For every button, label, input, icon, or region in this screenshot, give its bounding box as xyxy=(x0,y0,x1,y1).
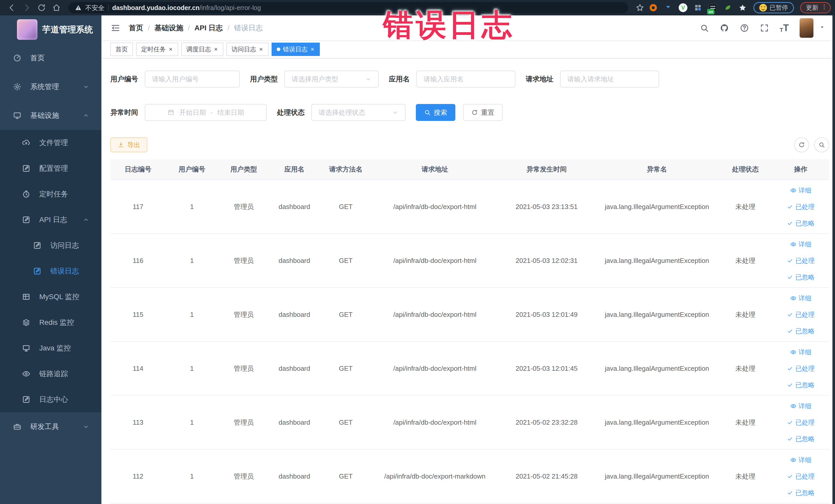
sidebar-item-scheduled-jobs[interactable]: 定时任务 xyxy=(0,181,101,207)
page-url[interactable]: dashboard.yudao.iocoder.cn/infra/log/api… xyxy=(112,4,261,12)
browser-reload-icon[interactable] xyxy=(36,3,48,12)
tab-home[interactable]: 首页 xyxy=(110,43,133,56)
browser-menu-kebab-icon[interactable] xyxy=(821,4,828,12)
export-button[interactable]: 导出 xyxy=(110,137,147,152)
refresh-table-button[interactable] xyxy=(794,137,809,152)
mark-processed-link[interactable]: 已处理 xyxy=(787,253,814,269)
search-icon[interactable] xyxy=(700,23,709,33)
mark-processed-link[interactable]: 已处理 xyxy=(787,414,814,430)
tab-job-log[interactable]: 调度日志× xyxy=(181,43,223,56)
extension-orange-ring-icon[interactable] xyxy=(649,3,658,12)
mark-processed-link[interactable]: 已处理 xyxy=(787,360,814,377)
detail-link[interactable]: 详细 xyxy=(790,182,811,199)
mark-ignored-link[interactable]: 已忽略 xyxy=(787,377,814,393)
sidebar-item-system-management[interactable]: 系统管理 xyxy=(0,73,101,101)
cell-exception: java.lang.IllegalArgumentException xyxy=(595,341,718,396)
tab-close-icon[interactable]: × xyxy=(310,46,315,53)
detail-link[interactable]: 详细 xyxy=(790,398,811,414)
user-type-select[interactable]: 请选择用户类型 xyxy=(284,70,379,87)
breadcrumb-item[interactable]: API 日志 xyxy=(195,23,223,33)
paused-extension-badge[interactable]: 已暂停 xyxy=(753,2,794,13)
toolbox-icon xyxy=(13,422,22,431)
browser-update-button[interactable]: 更新 xyxy=(800,2,831,13)
reset-button[interactable]: 重置 xyxy=(463,104,503,121)
sidebar-item-api-log[interactable]: API 日志 xyxy=(0,207,101,233)
browser-home-icon[interactable] xyxy=(50,3,63,12)
fullscreen-icon[interactable] xyxy=(760,23,769,33)
tab-access-log[interactable]: 访问日志× xyxy=(226,43,268,56)
sidebar-item-label: 基础设施 xyxy=(30,110,59,120)
page-content: 用户编号 请输入用户编号 用户类型 请选择用户类型 应用名 请输入应用名 请求地… xyxy=(101,59,835,504)
sidebar-item-trace[interactable]: 链路追踪 xyxy=(0,361,101,387)
mark-processed-link[interactable]: 已处理 xyxy=(787,306,814,323)
extension-onetab-icon[interactable]: on xyxy=(708,3,717,12)
cell-actions: 详细已处理已忽略 xyxy=(772,396,829,449)
mark-ignored-link[interactable]: 已忽略 xyxy=(787,215,814,231)
toggle-search-button[interactable] xyxy=(814,137,829,152)
detail-link[interactable]: 详细 xyxy=(790,451,811,468)
table-row: 1131管理员dashboardGET/api/infra/db-doc/exp… xyxy=(110,396,829,449)
tab-error-log[interactable]: 错误日志× xyxy=(271,43,320,56)
detail-link[interactable]: 详细 xyxy=(790,344,811,360)
sidebar-item-home[interactable]: 首页 xyxy=(0,44,101,73)
tab-close-icon[interactable]: × xyxy=(259,46,263,53)
sidebar-item-mysql-monitor[interactable]: MySQL 监控 xyxy=(0,284,101,310)
tab-job[interactable]: 定时任务× xyxy=(136,43,178,56)
bookmark-star-icon[interactable] xyxy=(634,3,646,12)
not-secure-warning-icon[interactable] xyxy=(75,4,82,11)
sidebar-item-error-log[interactable]: 错误日志 xyxy=(0,258,101,284)
hamburger-icon[interactable] xyxy=(110,23,121,33)
sidebar-item-log-center[interactable]: 日志中心 xyxy=(0,387,101,412)
github-icon[interactable] xyxy=(720,23,729,33)
sidebar-item-dev-tools[interactable]: 研发工具 xyxy=(0,412,101,441)
app-name-input[interactable]: 请输入应用名 xyxy=(416,70,515,87)
exception-time-range-picker[interactable]: 开始日期 - 结束日期 xyxy=(145,104,267,121)
sidebar-item-config-management[interactable]: 配置管理 xyxy=(0,156,101,181)
column-header: 异常发生时间 xyxy=(498,159,595,180)
cell-user-id: 1 xyxy=(166,234,218,287)
mark-ignored-link[interactable]: 已忽略 xyxy=(787,484,814,501)
user-id-input[interactable]: 请输入用户编号 xyxy=(145,70,240,87)
breadcrumb-item[interactable]: 首页 xyxy=(129,23,143,33)
sidebar-item-access-log[interactable]: 访问日志 xyxy=(0,233,101,258)
sidebar-item-file-management[interactable]: 文件管理 xyxy=(0,130,101,156)
app-logo[interactable]: 芋道管理系统 xyxy=(0,15,101,44)
search-button[interactable]: 搜索 xyxy=(416,104,455,121)
help-icon[interactable] xyxy=(740,23,749,33)
column-header: 用户编号 xyxy=(166,159,218,180)
sidebar-item-infrastructure[interactable]: 基础设施 xyxy=(0,101,101,130)
detail-link[interactable]: 详细 xyxy=(790,236,811,253)
font-size-icon[interactable]: TT xyxy=(780,23,789,33)
extension-grid-icon[interactable] xyxy=(693,3,702,12)
mark-processed-link[interactable]: 已处理 xyxy=(787,199,814,215)
sidebar-item-java-monitor[interactable]: Java 监控 xyxy=(0,335,101,361)
page-scrollbar[interactable] xyxy=(832,15,835,504)
mark-processed-link[interactable]: 已处理 xyxy=(787,468,814,484)
tab-close-icon[interactable]: × xyxy=(213,46,218,53)
breadcrumb-item[interactable]: 基础设施 xyxy=(155,23,183,33)
browser-forward-icon[interactable] xyxy=(21,3,33,12)
column-header: 日志编号 xyxy=(110,159,166,180)
table-icon xyxy=(22,293,30,301)
extension-green-v-icon[interactable]: V xyxy=(678,3,688,12)
mark-ignored-link[interactable]: 已忽略 xyxy=(787,430,814,447)
detail-link[interactable]: 详细 xyxy=(790,290,811,306)
cell-id: 114 xyxy=(110,341,166,396)
extension-leaf-icon[interactable] xyxy=(723,3,732,12)
tab-close-icon[interactable]: × xyxy=(168,46,173,53)
avatar[interactable] xyxy=(799,18,813,38)
mark-ignored-link[interactable]: 已忽略 xyxy=(787,269,814,285)
not-secure-label[interactable]: 不安全 xyxy=(85,4,104,12)
avatar-caret-down-icon[interactable] xyxy=(820,25,825,31)
mark-ignored-link[interactable]: 已忽略 xyxy=(787,323,814,339)
chevron-down-icon xyxy=(365,76,371,82)
browser-back-icon[interactable] xyxy=(6,3,18,12)
extension-blue-drop-icon[interactable] xyxy=(664,3,673,12)
request-url-input[interactable]: 请输入请求地址 xyxy=(560,70,659,87)
column-header: 异常名 xyxy=(595,159,718,180)
url-bar[interactable]: 不安全 dashboard.yudao.iocoder.cn/infra/log… xyxy=(68,2,628,13)
sidebar-item-redis-monitor[interactable]: Redis 监控 xyxy=(0,310,101,335)
cell-method: GET xyxy=(320,180,372,234)
extension-star-icon[interactable] xyxy=(738,3,747,12)
process-status-select[interactable]: 请选择处理状态 xyxy=(311,104,406,121)
